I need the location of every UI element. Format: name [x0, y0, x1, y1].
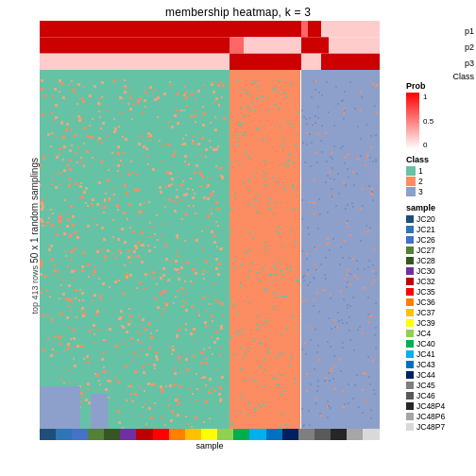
prob-ticks: 1 0.5 0: [423, 93, 434, 149]
sample-legend-item: JC21: [406, 225, 476, 234]
sample-legend-item: JC37: [406, 308, 476, 317]
sample-legend-item: JC28: [406, 256, 476, 265]
sample-legend-item: JC27: [406, 246, 476, 255]
class-legend-item: 3: [406, 187, 476, 196]
p3-label: p3: [465, 59, 474, 68]
y-axis-labels: 50 x 1 random samplings top 413 rows: [0, 21, 40, 450]
heatmap-area: sample: [40, 21, 400, 450]
sample-legend-item: JC30: [406, 266, 476, 276]
legend-area: p1 p2 p3 Class Prob 1 0.5 0 Class 123: [400, 21, 476, 450]
sample-legend-item: JC43: [406, 360, 476, 369]
sample-legend-item: JC48P6: [406, 412, 476, 421]
p1-label: p1: [465, 26, 474, 36]
class-legend: Class 123: [406, 155, 476, 197]
page-title: membership heatmap, k = 3: [0, 0, 476, 21]
sample-legend-item: JC46: [406, 391, 476, 400]
y-sub-label: top 413 rows: [30, 265, 40, 314]
sample-legend-item: JC48P4: [406, 401, 476, 411]
sample-legend-item: JC44: [406, 370, 476, 380]
sample-legend-item: JC39: [406, 318, 476, 328]
prob-gradient-bar: [406, 93, 419, 149]
sample-legend: sample JC20JC21JC26JC27JC28JC30JC32JC35J…: [406, 203, 476, 433]
sample-legend-item: JC35: [406, 287, 476, 297]
sample-legend-item: JC40: [406, 339, 476, 348]
sample-legend-item: JC26: [406, 235, 476, 245]
sample-legend-item: JC32: [406, 277, 476, 286]
class-legend-item: 2: [406, 177, 476, 186]
class-legend-item: 1: [406, 166, 476, 176]
p2-label: p2: [465, 42, 474, 52]
sample-legend-item: JC4: [406, 329, 476, 338]
x-axis-label: sample: [40, 441, 380, 450]
sample-legend-item: JC41: [406, 349, 476, 359]
sample-legend-item: JC48P7: [406, 422, 476, 432]
prob-legend: Prob 1 0.5 0: [406, 81, 476, 149]
sample-legend-item: JC20: [406, 214, 476, 224]
sample-legend-item: JC45: [406, 381, 476, 390]
y-main-label: 50 x 1 random samplings: [29, 158, 40, 264]
class-label: Class: [452, 72, 474, 81]
sample-legend-item: JC36: [406, 298, 476, 307]
